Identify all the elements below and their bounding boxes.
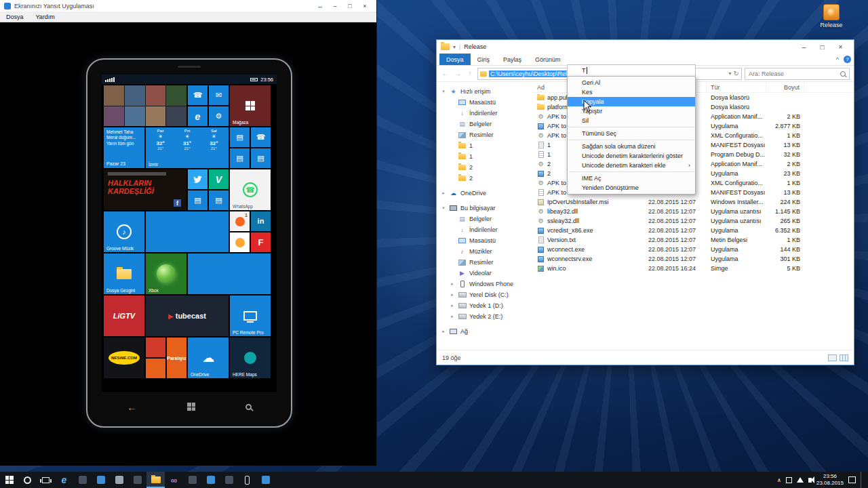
mirror-titlebar[interactable]: Ekranınızı Yansıt Uygulaması ↔ – □ ×	[0, 0, 376, 12]
tile-people[interactable]	[104, 85, 186, 126]
menu-item-dosya[interactable]: Dosya	[6, 14, 24, 20]
nav-item-belgeler[interactable]: ▤Belgeler	[437, 119, 532, 129]
tile-phone[interactable]: ☎	[188, 85, 208, 105]
chevron-icon[interactable]: ▸	[450, 281, 455, 287]
file-row-ssleay32-dll[interactable]: ⚙ssleay32.dll22.08.2015 12:07Uygulama uz…	[532, 216, 854, 226]
tile-app-small-5[interactable]: ▤	[188, 190, 208, 210]
context-menu-item-sil[interactable]: Sil	[568, 116, 695, 125]
quick-access-toolbar-icon[interactable]: ▾	[453, 44, 456, 50]
tile-twitter[interactable]	[188, 169, 208, 189]
network-icon[interactable]	[797, 477, 804, 483]
tab-paylas[interactable]: Paylaş	[496, 54, 528, 65]
chevron-icon[interactable]: ▸	[450, 314, 455, 319]
tile-swarm[interactable]	[230, 232, 250, 252]
file-row-version-txt[interactable]: Version.txt22.08.2015 12:07Metin Belgesi…	[532, 235, 854, 245]
file-row-vcredist-x86-exe[interactable]: vcredist_x86.exe22.08.2015 12:07Uygulama…	[532, 226, 854, 235]
desktop-icon-release[interactable]: Release	[815, 4, 848, 28]
taskbar-app-app-dark-4[interactable]	[220, 472, 238, 488]
file-row-wconnect-exe[interactable]: wconnect.exe22.08.2015 12:07Uygulama144 …	[532, 245, 854, 254]
file-row-win-ico[interactable]: win.ico22.08.2015 16:24Simge5 KB	[532, 264, 854, 273]
chevron-icon[interactable]: ▸	[441, 329, 446, 334]
close-button[interactable]: ×	[831, 41, 850, 54]
cortana-search-button[interactable]	[18, 472, 37, 488]
maximize-button[interactable]: □	[813, 41, 831, 54]
tile-app-small-6[interactable]: ▤	[209, 190, 229, 210]
nav-item-2[interactable]: 2	[437, 173, 532, 184]
minimize-button[interactable]: –	[328, 1, 342, 12]
taskbar-app-phone[interactable]	[238, 472, 256, 488]
context-menu-item-kes[interactable]: Kes	[568, 87, 695, 97]
tile-edge[interactable]: e	[188, 106, 208, 126]
tray-expand-icon[interactable]: ∧	[777, 477, 781, 483]
nav-item-1[interactable]: 1	[437, 151, 532, 162]
nav-item-bu-bilgisayar[interactable]: ▾Bu bilgisayar	[437, 203, 532, 214]
context-menu-item-unicode-denetim-karakterlerini-g-ster[interactable]: Unicode denetim karakterlerini göster	[568, 151, 695, 161]
task-view-button[interactable]	[37, 472, 55, 488]
context-menu-item-unicode-denetim-karakteri-ekle[interactable]: Unicode denetim karakteri ekle›	[568, 161, 695, 170]
tile-onedrive[interactable]: ☁OneDrive	[188, 338, 229, 378]
thumbnail-view-icon[interactable]	[840, 354, 848, 361]
nav-item-2[interactable]: 2	[437, 162, 532, 173]
nav-item-belgeler[interactable]: ▤Belgeler	[437, 214, 532, 224]
tile-orange-tile[interactable]	[146, 359, 165, 378]
tile-chat[interactable]: 1	[230, 211, 250, 231]
start-button[interactable]	[0, 472, 18, 488]
taskbar-app-edge[interactable]: e	[55, 472, 73, 488]
taskbar-clock[interactable]: 23:56 23.08.2015	[816, 473, 844, 487]
tile-nesine[interactable]: NESiNE.COM	[104, 338, 144, 378]
taskbar-app-app-gray-1[interactable]	[110, 472, 128, 488]
tile-pc-remote-pro[interactable]: PC Remote Pro	[230, 296, 271, 336]
back-icon[interactable]: ←	[441, 70, 450, 77]
swap-icon[interactable]: ↔	[313, 1, 328, 12]
nav-item-masa-st[interactable]: Masaüstü	[437, 97, 532, 108]
tray-app-icon[interactable]	[786, 477, 792, 483]
close-button[interactable]: ×	[357, 1, 372, 12]
chevron-icon[interactable]: ▾	[441, 89, 446, 94]
context-menu-item-t-m-n-se[interactable]: Tümünü Seç	[568, 129, 695, 138]
file-row-libeay32-dll[interactable]: ⚙libeay32.dll22.08.2015 12:07Uygulama uz…	[532, 207, 854, 216]
taskbar-app-app-blue-1[interactable]	[92, 472, 110, 488]
tile-live-tile[interactable]	[146, 211, 229, 252]
tile-groove-music[interactable]: ♪Groove Müzik	[104, 211, 144, 252]
windows-start-icon[interactable]	[187, 403, 195, 411]
nav-item-onedrive[interactable]: ▸☁OneDrive	[437, 188, 532, 199]
tile-live-tile-2[interactable]	[188, 253, 271, 294]
maximize-button[interactable]: □	[342, 1, 357, 12]
chevron-icon[interactable]: ▸	[441, 190, 446, 196]
context-menu-item-ime-a[interactable]: IME Aç	[568, 174, 695, 183]
file-row-ipoverusbinstaller-msi[interactable]: IpOverUsbInstaller.msi22.08.2015 12:07Wi…	[532, 197, 854, 207]
details-view-icon[interactable]	[828, 354, 837, 361]
nav-item-a[interactable]: ▸Ağ	[437, 326, 532, 337]
context-menu-item-sa-dan-sola-okuma-d-zeni[interactable]: Sağdan sola okuma düzeni	[568, 142, 695, 151]
tile-xbox[interactable]: Xbox	[146, 253, 186, 294]
chevron-icon[interactable]: ▾	[441, 205, 446, 211]
tile-app-small-2[interactable]: ☎	[251, 127, 271, 147]
tile-flipboard[interactable]: F	[251, 232, 271, 252]
tab-dosya[interactable]: Dosya	[439, 54, 471, 65]
chevron-icon[interactable]: ▸	[450, 292, 455, 298]
refresh-icon[interactable]: ↻	[734, 70, 739, 77]
address-edit-box[interactable]: T	[567, 64, 696, 76]
taskbar-app-visual-studio[interactable]: ∞	[165, 472, 183, 488]
tile-app-small-4[interactable]: ▤	[251, 148, 271, 168]
help-icon[interactable]: ?	[844, 56, 851, 63]
tile-facebook[interactable]: HALKLARIN KARDEŞLİĞİf	[104, 169, 186, 210]
search-input[interactable]: Ara: Release	[745, 68, 850, 80]
context-menu-item-yeniden-d-n-t-rme[interactable]: Yeniden Dönüştürme	[568, 183, 695, 192]
nav-item-videolar[interactable]: ▶Videolar	[437, 268, 532, 279]
tile-store[interactable]: Mağaza	[230, 85, 271, 126]
nav-item-i-ndirilenler[interactable]: ↓İndirilenler	[437, 108, 532, 119]
tile-red-tile[interactable]	[146, 338, 165, 357]
tile-app-small-1[interactable]: ▤	[230, 127, 250, 147]
taskbar-app-app-blue-2[interactable]	[201, 472, 220, 488]
nav-item-h-zl-eri-im[interactable]: ▾★Hızlı erişim	[437, 86, 532, 97]
tile-messaging[interactable]: ✉	[209, 85, 229, 105]
taskbar-app-app-dark-2[interactable]	[128, 472, 146, 488]
tab-gorunum[interactable]: Görünüm	[528, 54, 568, 65]
nav-item-masa-st[interactable]: Masaüstü	[437, 235, 532, 246]
context-menu-item-geri-al[interactable]: Geri Al	[568, 78, 695, 87]
file-row-wconnectsrv-exe[interactable]: wconnectsrv.exe22.08.2015 12:07Uygulama3…	[532, 254, 854, 264]
minimize-button[interactable]: –	[795, 41, 813, 54]
search-icon[interactable]	[245, 404, 252, 410]
tile-calendar[interactable]: Mehmet TahaMeral doğum...Yarın tüm günPa…	[104, 127, 144, 168]
